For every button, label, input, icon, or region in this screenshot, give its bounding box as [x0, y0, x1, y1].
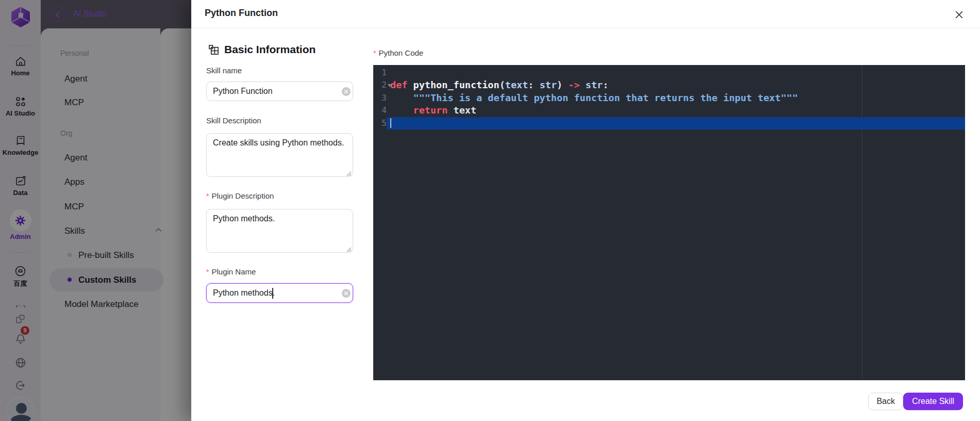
drawer-title: Python Function — [205, 8, 278, 19]
line-number: 5 — [373, 117, 387, 129]
close-icon — [955, 10, 964, 19]
code-line[interactable]: 2def python_function(text: str) -> str: — [373, 79, 965, 91]
plugin-description-label: *Plugin Description — [206, 191, 274, 200]
clear-circle-icon[interactable] — [342, 87, 351, 96]
required-asterisk: * — [206, 192, 209, 200]
code-line-content: return text — [387, 104, 476, 117]
code-line[interactable]: 3 """This is a default python function t… — [373, 92, 965, 104]
plugin-name-label: *Plugin Name — [206, 267, 256, 276]
code-line-content: """This is a default python function tha… — [387, 92, 798, 104]
skill-name-input[interactable] — [206, 82, 353, 101]
plugin-description-textarea[interactable]: Python methods. — [206, 209, 353, 253]
line-number: 4 — [373, 104, 387, 117]
text-cursor — [272, 288, 273, 299]
python-code-editor[interactable]: 12def python_function(text: str) -> str:… — [373, 65, 965, 380]
code-line[interactable]: 4 return text — [373, 104, 965, 117]
basic-information-heading: Basic Information — [208, 43, 315, 56]
app-root: Home AI Studio Knowledge Data — [0, 0, 980, 421]
section-title: Basic Information — [224, 43, 315, 56]
back-button[interactable]: Back — [868, 393, 903, 410]
skill-description-textarea[interactable]: Create skills using Python methods. — [206, 133, 353, 177]
code-lines: 12def python_function(text: str) -> str:… — [373, 67, 965, 129]
create-skill-button[interactable]: Create Skill — [903, 393, 963, 410]
code-line-content — [387, 67, 390, 79]
skill-description-label: Skill Description — [206, 116, 261, 125]
code-cursor — [390, 118, 391, 128]
required-asterisk: * — [373, 49, 376, 57]
plugin-name-input[interactable] — [206, 283, 353, 303]
code-line[interactable]: 5 — [373, 117, 965, 129]
code-line-content — [387, 117, 391, 129]
line-number: 1 — [373, 67, 387, 79]
python-code-label: *Python Code — [373, 48, 423, 57]
code-line[interactable]: 1 — [373, 67, 965, 79]
required-asterisk: * — [206, 268, 209, 276]
close-button[interactable] — [952, 8, 966, 21]
line-number: 2 — [373, 79, 387, 91]
skill-drawer: Python Function Basic Information Skill … — [191, 0, 980, 421]
clear-circle-icon[interactable] — [342, 289, 351, 298]
code-line-content: def python_function(text: str) -> str: — [387, 79, 608, 91]
skill-name-label: Skill name — [206, 66, 242, 75]
line-number: 3 — [373, 92, 387, 104]
modal-overlay-mask[interactable] — [0, 0, 191, 421]
drawer-header: Python Function — [191, 0, 980, 28]
grid-table-icon — [208, 44, 219, 55]
